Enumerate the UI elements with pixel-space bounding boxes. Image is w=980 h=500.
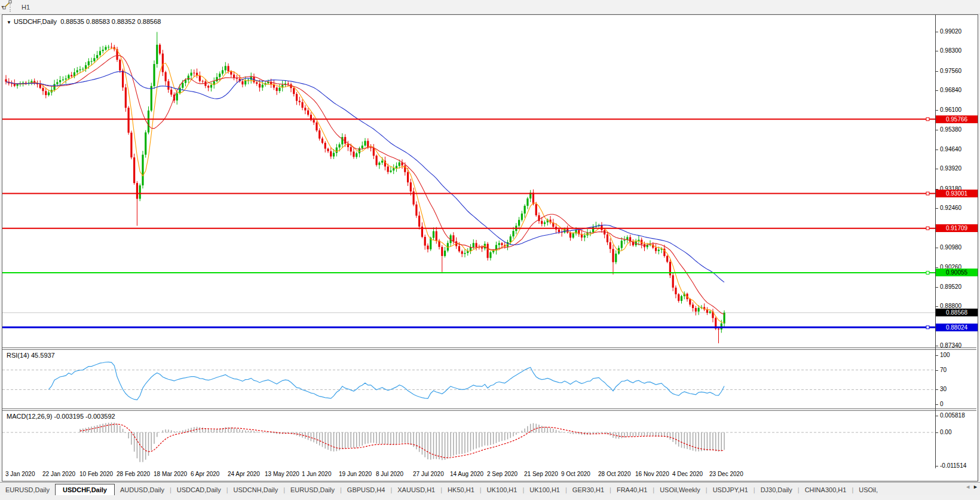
rsi-axis-label: 100 [940, 352, 950, 358]
price-axis-label: 0.96100 [940, 106, 961, 113]
date-axis-label: 23 Dec 2020 [709, 471, 743, 477]
chart-tab-usdcad-daily[interactable]: USDCAD,Daily [172, 484, 226, 495]
chart-symbol-label: USDCHF,Daily [14, 18, 57, 25]
date-axis-label: 9 Oct 2020 [561, 471, 590, 477]
price-axis-label: 0.98300 [940, 47, 961, 54]
price-axis-tick [935, 32, 938, 32]
chart-tab-audusd-daily[interactable]: AUDUSD,Daily [115, 484, 170, 495]
tab-scroll-right-icon[interactable]: ► [973, 484, 978, 490]
date-axis-label: 13 May 2020 [265, 471, 299, 477]
price-axis-tick [935, 287, 938, 288]
slow-ma-line [6, 72, 724, 282]
rsi-line [49, 362, 725, 400]
date-axis-label: 4 Dec 2020 [672, 471, 703, 477]
date-axis-label: 14 Aug 2020 [450, 471, 483, 477]
date-axis-label: 19 Jun 2020 [339, 471, 372, 477]
date-axis: 3 Jan 202022 Jan 202010 Feb 202028 Feb 2… [2, 468, 976, 480]
price-axis-tick [935, 90, 938, 91]
price-axis-tick [935, 267, 938, 268]
price-level-badge-0.93001: 0.93001 [936, 190, 978, 197]
price-axis-tick [935, 150, 938, 150]
chart-tab-fra40-h1[interactable]: FRA40,H1 [611, 484, 653, 495]
tick-direction-icon: ▼ [7, 20, 11, 25]
date-axis-label: 28 Feb 2020 [117, 471, 150, 477]
price-axis-line [935, 15, 936, 468]
macd-axis-tick [935, 416, 938, 416]
macd-axis-label: -0.011514 [940, 462, 966, 469]
price-axis-label: 0.94640 [940, 146, 961, 153]
macd-indicator-pane[interactable]: MACD(12,26,9) -0.003195 -0.003592 [2, 411, 976, 468]
macd-axis-tick [935, 432, 938, 433]
price-axis-tick [935, 110, 938, 111]
price-chart-pane[interactable]: ▼USDCHF,Daily 0.88535 0.88583 0.88352 0.… [2, 15, 976, 347]
date-axis-label: 8 Jul 2020 [376, 471, 403, 477]
price-axis-label: 0.97560 [940, 68, 961, 74]
chart-tab-usdcnh-daily[interactable]: USDCNH,Daily [228, 484, 284, 495]
price-level-badge-0.88024: 0.88024 [936, 324, 978, 331]
line-handle [926, 118, 929, 121]
price-axis-label: 0.95380 [940, 126, 961, 133]
chart-tab-hk50-h1[interactable]: HK50,H1 [442, 484, 480, 495]
line-handle [926, 326, 929, 329]
current-price-badge: 0.88568 [936, 309, 978, 316]
price-axis-tick [935, 306, 938, 307]
line-handle [926, 192, 929, 195]
date-axis-label: 28 Oct 2020 [598, 471, 630, 477]
chart-tab-bar: EURUSD,DailyUSDCHF,DailyAUDUSD,Daily|USD… [0, 482, 980, 495]
chart-tab-eurusd-daily[interactable]: EURUSD,Daily [0, 484, 55, 495]
date-axis-label: 16 Nov 2020 [635, 471, 669, 477]
mt4-window: ▼ M1M5M15M30H1H4D1W1MN ▼USDCHF,Daily 0.8… [0, 0, 980, 500]
date-axis-label: 27 Jul 2020 [413, 471, 444, 477]
tab-scroll-arrows: ◄► [965, 484, 978, 490]
rsi-indicator-pane[interactable]: RSI(14) 45.5937 [2, 350, 976, 408]
chart-title: ▼USDCHF,Daily 0.88535 0.88583 0.88352 0.… [7, 18, 161, 25]
macd-axis-label: 0.005818 [940, 412, 965, 419]
chart-ohlc-values: 0.88535 0.88583 0.88352 0.88568 [60, 18, 161, 25]
date-axis-label: 24 Apr 2020 [228, 471, 260, 477]
date-axis-label: 10 Feb 2020 [79, 471, 113, 477]
mid-ma-line [6, 56, 724, 315]
chart-tab-gbpusd-h4[interactable]: GBPUSD,H4 [342, 484, 391, 495]
price-axis-label: 0.93920 [940, 165, 961, 172]
price-axis-label: 0.87340 [940, 342, 961, 349]
rsi-axis-label: 30 [940, 386, 947, 392]
price-axis-tick [935, 208, 938, 209]
price-level-badge-0.90055: 0.90055 [936, 269, 978, 276]
rsi-axis-tick [935, 355, 938, 356]
price-axis-label: 0.99020 [940, 28, 961, 35]
price-axis-tick [935, 130, 938, 130]
price-axis-label: 0.96840 [940, 87, 961, 93]
macd-axis-tick [935, 466, 938, 467]
status-strip [0, 495, 980, 500]
date-axis-label: 1 Jun 2020 [302, 471, 332, 477]
price-level-badge-0.95766: 0.95766 [936, 115, 978, 123]
chart-tab-usdchf-daily[interactable]: USDCHF,Daily [55, 484, 115, 495]
timeframe-button-h1[interactable]: H1 [16, 2, 39, 13]
chart-tab-usoil-[interactable]: USOil, [853, 484, 883, 495]
chart-tab-usdjpy-h1[interactable]: USDJPY,H1 [708, 484, 754, 495]
price-axis-tick [935, 346, 938, 346]
rsi-axis-label: 70 [940, 367, 947, 373]
chart-tab-uk100-h1[interactable]: UK100,H1 [482, 484, 523, 495]
date-axis-label: 22 Jan 2020 [42, 471, 75, 477]
tab-scroll-left-icon[interactable]: ◄ [965, 484, 970, 490]
rsi-axis-label: 0 [940, 401, 944, 407]
chart-tab-uk100-h1[interactable]: UK100,H1 [524, 484, 565, 495]
rsi-axis-tick [935, 404, 938, 405]
toolbar: ▼ M1M5M15M30H1H4D1W1MN [0, 0, 980, 14]
rsi-axis-tick [935, 389, 938, 390]
price-axis-tick [935, 51, 938, 51]
date-axis-label: 3 Jan 2020 [5, 471, 35, 477]
chart-tab-xauusd-h1[interactable]: XAUUSD,H1 [392, 484, 440, 495]
chart-tab-usoil-weekly[interactable]: USOil,Weekly [654, 484, 706, 495]
chart-window: ▼USDCHF,Daily 0.88535 0.88583 0.88352 0.… [2, 14, 978, 481]
cursor-tool-icon[interactable] [2, 0, 13, 10]
chart-tab-dj30-daily[interactable]: DJ30,Daily [755, 484, 798, 495]
chart-tab-china300-h1[interactable]: CHINA300,H1 [800, 484, 852, 495]
macd-axis-label: 0.00 [940, 429, 951, 435]
rsi-label: RSI(14) 45.5937 [7, 352, 55, 359]
chart-tab-ger30-h1[interactable]: GER30,H1 [567, 484, 610, 495]
price-axis-label: 0.89520 [940, 283, 961, 290]
price-axis-tick [935, 71, 938, 72]
chart-tab-eurusd-daily[interactable]: EURUSD,Daily [285, 484, 340, 495]
